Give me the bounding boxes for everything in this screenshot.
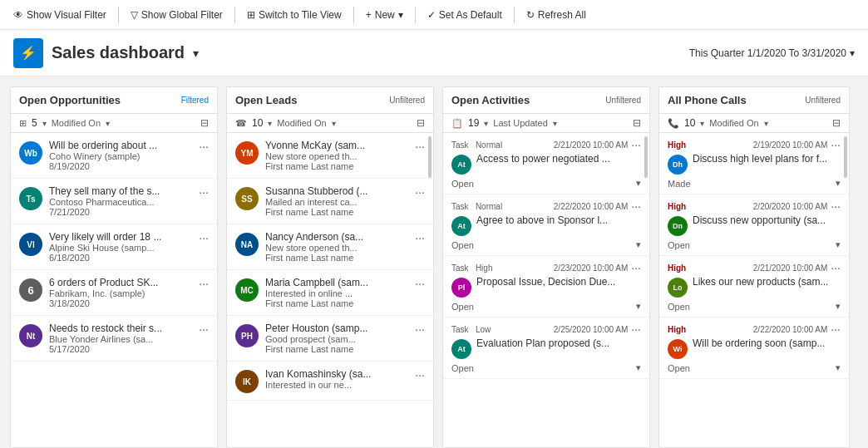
date-range[interactable]: This Quarter 1/1/2020 To 3/31/2020 ▾ xyxy=(689,47,855,59)
opportunities-header: Open Opportunities Filtered xyxy=(11,87,217,114)
phone-status: Open ▾ xyxy=(668,362,841,373)
phone-header: High 2/22/2020 10:00 AM ··· xyxy=(668,322,841,336)
status-chevron-icon[interactable]: ▾ xyxy=(836,239,841,250)
table-row[interactable]: NA Nancy Anderson (sa... New store opene… xyxy=(227,224,433,270)
table-row[interactable]: Task Normal 2/22/2020 10:00 AM ··· At Ag… xyxy=(443,194,649,256)
table-row[interactable]: PH Peter Houston (samp... Good prospect … xyxy=(227,316,433,362)
table-row[interactable]: Vl Very likely will order 18 ... Alpine … xyxy=(11,224,217,270)
act-header-row: Task High 2/23/2020 10:00 AM ··· xyxy=(451,261,641,274)
table-row[interactable]: High 2/19/2020 10:00 AM ··· Dh Discuss h… xyxy=(659,133,849,194)
phone-calls-filter-icon[interactable]: ⊟ xyxy=(832,117,841,129)
title-chevron-icon[interactable]: ▾ xyxy=(193,47,199,60)
act-body: At Access to power negotiated ... xyxy=(451,153,641,175)
table-row[interactable]: YM Yvonne McKay (sam... New store opened… xyxy=(227,133,433,179)
lead-sub: First name Last name xyxy=(265,344,408,354)
more-icon[interactable]: ··· xyxy=(199,277,209,290)
leads-sort-label[interactable]: Modified On xyxy=(277,118,326,128)
leads-filter-icon[interactable]: ⊟ xyxy=(417,117,425,129)
table-row[interactable]: Task High 2/23/2020 10:00 AM ··· Pl Prop… xyxy=(443,256,649,318)
opp-title: 6 orders of Product SK... xyxy=(49,277,192,288)
phone-title: Discuss high level plans for f... xyxy=(693,153,841,165)
set-as-default-button[interactable]: ✓ Set As Default xyxy=(421,6,509,24)
table-row[interactable]: Ts They sell many of the s... Contoso Ph… xyxy=(11,179,217,224)
lead-text: Yvonne McKay (sam... New store opened th… xyxy=(265,140,408,171)
lead-name: Peter Houston (samp... xyxy=(265,322,408,334)
opportunities-count-chevron-icon: ▾ xyxy=(42,119,47,128)
opp-date: 7/21/2020 xyxy=(49,207,192,217)
activities-sort-label[interactable]: Last Updated xyxy=(493,118,547,128)
lead-sub: First name Last name xyxy=(265,298,408,308)
status-chevron-icon[interactable]: ▾ xyxy=(636,178,641,189)
show-visual-filter-button[interactable]: 👁 Show Visual Filter xyxy=(7,6,113,24)
avatar: MC xyxy=(235,278,259,302)
table-row[interactable]: IK Ivan Komashinsky (sa... Interested in… xyxy=(227,362,433,401)
opportunities-sort-icon: ⊞ xyxy=(19,118,27,129)
more-icon[interactable]: ··· xyxy=(831,199,841,213)
more-icon[interactable]: ··· xyxy=(831,138,841,151)
more-icon[interactable]: ··· xyxy=(415,231,425,244)
table-row[interactable]: Nt Needs to restock their s... Blue Yond… xyxy=(11,316,217,362)
more-icon[interactable]: ··· xyxy=(631,199,641,213)
more-icon[interactable]: ··· xyxy=(199,140,209,153)
more-icon[interactable]: ··· xyxy=(199,185,209,199)
activities-badge: Unfiltered xyxy=(605,96,641,105)
plus-icon: + xyxy=(366,9,372,21)
lead-name: Maria Campbell (sam... xyxy=(265,277,408,288)
leads-count-chevron-icon: ▾ xyxy=(268,119,272,128)
phone-header: High 2/20/2020 10:00 AM ··· xyxy=(668,199,841,213)
more-icon[interactable]: ··· xyxy=(415,185,425,199)
opp-date: 3/18/2020 xyxy=(49,298,192,308)
status-chevron-icon[interactable]: ▾ xyxy=(836,362,841,373)
table-row[interactable]: MC Maria Campbell (sam... Interested in … xyxy=(227,270,433,316)
status-chevron-icon[interactable]: ▾ xyxy=(636,301,641,312)
more-icon[interactable]: ··· xyxy=(831,322,841,336)
opportunities-sort-label[interactable]: Modified On xyxy=(52,118,101,128)
activities-filter-icon[interactable]: ⊟ xyxy=(633,117,641,129)
opportunities-list: Wb Will be ordering about ... Coho Winer… xyxy=(11,133,217,447)
table-row[interactable]: High 2/21/2020 10:00 AM ··· Lo Likes our… xyxy=(659,256,849,318)
avatar: At xyxy=(451,155,471,175)
status-chevron-icon[interactable]: ▾ xyxy=(636,239,641,250)
more-icon[interactable]: ··· xyxy=(199,322,209,336)
table-row[interactable]: SS Susanna Stubberod (... Mailed an inte… xyxy=(227,179,433,224)
phone-date: 2/22/2020 10:00 AM xyxy=(753,325,828,334)
table-row[interactable]: Task Normal 2/21/2020 10:00 AM ··· At Ac… xyxy=(443,133,649,194)
new-button[interactable]: + New ▾ xyxy=(359,6,410,24)
refresh-all-button[interactable]: ↻ Refresh All xyxy=(520,6,593,24)
more-icon[interactable]: ··· xyxy=(831,261,841,274)
activities-sort-chevron-icon: ▾ xyxy=(553,119,557,128)
more-icon[interactable]: ··· xyxy=(415,322,425,336)
phone-header: High 2/21/2020 10:00 AM ··· xyxy=(668,261,841,274)
scroll-bar xyxy=(644,136,648,178)
status-chevron-icon[interactable]: ▾ xyxy=(636,362,641,373)
phone-calls-sort-label[interactable]: Modified On xyxy=(709,118,758,128)
table-row[interactable]: High 2/22/2020 10:00 AM ··· Wi Will be o… xyxy=(659,318,849,379)
status-chevron-icon[interactable]: ▾ xyxy=(836,178,841,189)
more-icon[interactable]: ··· xyxy=(415,140,425,153)
act-body: At Agree to above in Sponsor l... xyxy=(451,214,641,236)
activities-sort-icon: 📋 xyxy=(451,118,463,129)
opp-date: 6/18/2020 xyxy=(49,253,192,263)
show-global-filter-button[interactable]: ▽ Show Global Filter xyxy=(124,6,229,24)
more-icon[interactable]: ··· xyxy=(415,277,425,290)
table-row[interactable]: Wb Will be ordering about ... Coho Winer… xyxy=(11,133,217,179)
opportunities-title: Open Opportunities xyxy=(19,94,121,106)
switch-to-tile-view-button[interactable]: ⊞ Switch to Tile View xyxy=(240,6,348,24)
table-row[interactable]: 6 6 orders of Product SK... Fabrikam, In… xyxy=(11,270,217,316)
opp-company: Alpine Ski House (samp... xyxy=(49,243,192,253)
table-row[interactable]: Task Low 2/25/2020 10:00 AM ··· At Evalu… xyxy=(443,318,649,379)
status-chevron-icon[interactable]: ▾ xyxy=(836,301,841,312)
activities-title: Open Activities xyxy=(451,94,530,106)
more-icon[interactable]: ··· xyxy=(415,368,425,382)
lead-name: Susanna Stubberod (... xyxy=(265,185,408,197)
activities-subheader: 📋 19 ▾ Last Updated ▾ ⊟ xyxy=(443,114,649,133)
phone-status: Open ▾ xyxy=(668,301,841,312)
more-icon[interactable]: ··· xyxy=(631,138,641,151)
more-icon[interactable]: ··· xyxy=(631,322,641,336)
separator xyxy=(118,7,119,23)
separator xyxy=(514,7,515,23)
opportunities-filter-icon[interactable]: ⊟ xyxy=(200,117,209,129)
more-icon[interactable]: ··· xyxy=(199,231,209,244)
more-icon[interactable]: ··· xyxy=(631,261,641,274)
table-row[interactable]: High 2/20/2020 10:00 AM ··· Dn Discuss n… xyxy=(659,194,849,256)
